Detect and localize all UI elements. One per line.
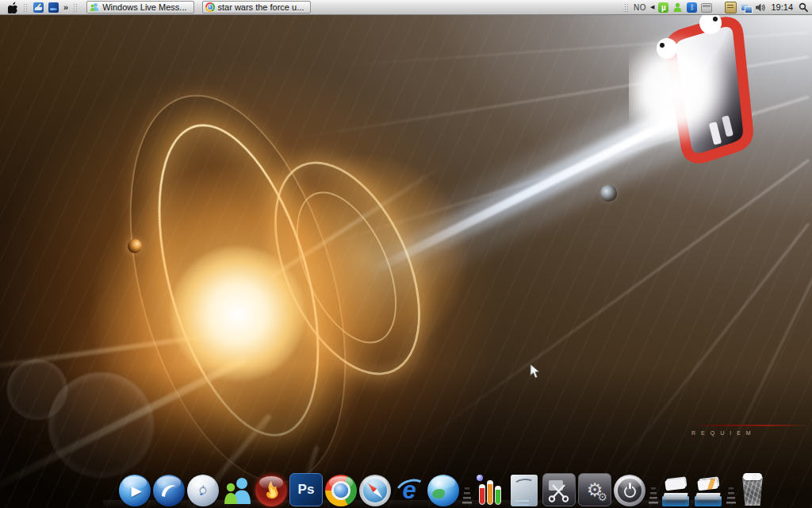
tray-base — [662, 496, 689, 506]
dock-separator — [726, 475, 736, 506]
explosion-glow — [0, 48, 511, 508]
apple-menu-icon[interactable] — [8, 2, 18, 13]
dock-item-image-cut-tool[interactable] — [542, 473, 576, 506]
dock-item-realplayer[interactable] — [153, 475, 185, 506]
test-tube-red — [479, 484, 485, 505]
dock-item-msn-messenger[interactable] — [221, 475, 253, 506]
paper-pile — [665, 479, 685, 491]
dock-item-google-chrome[interactable] — [325, 475, 357, 506]
dock-separator — [462, 475, 472, 506]
shoop-da-whoop-face — [629, 11, 794, 168]
dock-item-recycle-bin-full[interactable] — [738, 473, 767, 506]
quicklaunch-show-desktop-icon[interactable] — [33, 2, 44, 13]
dock-item-paper-stack-white[interactable] — [661, 478, 691, 506]
dock-item-system-settings[interactable]: ⚙ ⚙ — [578, 473, 611, 506]
volume-tray-icon[interactable] — [755, 2, 765, 13]
explosion-ring — [127, 106, 350, 455]
window-tray-icon[interactable] — [701, 3, 712, 13]
compass-needle-icon — [359, 475, 391, 506]
explosion-glow — [262, 155, 468, 361]
dock-item-paper-stack-orange[interactable] — [693, 478, 723, 506]
explosion-core — [170, 246, 305, 381]
toolbar-overflow-chevron[interactable]: » — [63, 2, 68, 12]
explosion-glow — [87, 163, 389, 464]
gloss-highlight — [431, 476, 455, 489]
test-tube-amber — [487, 480, 493, 505]
dock-item-photoshop[interactable]: Ps — [289, 473, 323, 506]
wallpaper-title-text: REQUIEM — [691, 430, 809, 436]
dock: ▶ ♪ — [119, 473, 767, 506]
paper-pile — [697, 479, 718, 491]
taskbar-button-messenger[interactable]: Windows Live Mess... — [86, 1, 193, 13]
ie-e-glyph: e — [393, 475, 425, 506]
toolbar-grip-handle[interactable] — [624, 3, 630, 12]
quicklaunch-media-player-icon[interactable] — [48, 2, 59, 13]
lens-flare — [6, 359, 68, 421]
windows-live-messenger-icon — [90, 2, 99, 12]
show-hidden-icons-arrow[interactable]: ◀ — [650, 4, 654, 10]
desktop-screen: REQUIEM — [0, 0, 812, 508]
photoshop-ps-label: Ps — [290, 474, 322, 506]
explosion-ring — [90, 70, 385, 508]
menu-bar-left: » Windows Live Mess... star wars the for… — [0, 1, 624, 13]
dock-item-internet-explorer[interactable]: e — [393, 475, 425, 506]
msn-buddies-icon — [221, 475, 253, 506]
small-planet — [600, 185, 617, 202]
toolbar-grip-handle[interactable] — [23, 3, 29, 12]
taskbar-button-label: Windows Live Mess... — [102, 2, 186, 12]
taskbar-button-label: star wars the force u... — [218, 2, 304, 12]
tray-base — [695, 496, 722, 506]
explosion-ring — [245, 140, 450, 398]
dock-separator — [648, 475, 658, 506]
dock-item-safari[interactable] — [359, 475, 391, 506]
dock-item-openoffice-documents[interactable] — [511, 475, 538, 506]
wallpaper-title-line — [691, 425, 809, 426]
google-chrome-icon — [205, 2, 215, 12]
dock-item-itunes[interactable]: ♪ — [187, 475, 219, 506]
taskbar-button-chrome[interactable]: star wars the force u... — [202, 1, 312, 13]
eye — [699, 12, 722, 34]
scissors-icon — [543, 474, 575, 506]
explosion-spike — [0, 329, 238, 374]
explosion-spike — [270, 163, 446, 279]
notes-tray-icon[interactable] — [725, 2, 737, 13]
wallpaper-title: REQUIEM — [691, 425, 809, 436]
menu-bar-tray: NO ◀ µ ᛒ 19:14 — [624, 2, 812, 13]
language-indicator[interactable]: NO — [634, 3, 646, 12]
small-planet — [128, 239, 142, 253]
explosion-glow — [56, 262, 301, 492]
eye — [657, 38, 677, 59]
light-ray — [397, 159, 810, 460]
dock-item-power-shutdown[interactable] — [614, 475, 645, 506]
toolbar-grip-handle[interactable] — [73, 3, 79, 12]
mouse-cursor — [530, 364, 541, 379]
network-tray-icon[interactable] — [741, 2, 751, 13]
eye-pupil — [713, 17, 718, 21]
dock-item-windows-media-player[interactable]: ▶ — [119, 475, 151, 506]
dock-item-google-earth[interactable] — [427, 475, 459, 506]
lens-flare — [48, 371, 155, 479]
eye-pupil — [660, 43, 665, 48]
utorrent-tray-icon[interactable]: µ — [658, 2, 668, 13]
dock-item-nero-burning-rom[interactable] — [255, 475, 287, 506]
messenger-tray-icon[interactable] — [672, 2, 683, 13]
dock-item-chemistry-toolbox[interactable] — [474, 475, 506, 506]
bluetooth-tray-icon[interactable]: ᛒ — [687, 2, 697, 13]
clock[interactable]: 19:14 — [769, 2, 795, 12]
music-note-icon: ♪ — [187, 475, 219, 506]
spotlight-search-icon[interactable] — [799, 2, 808, 13]
realplayer-swoosh-icon — [153, 475, 185, 506]
gear-icon-small: ⚙ — [597, 491, 607, 503]
gloss-highlight — [329, 476, 353, 489]
crumpled-paper — [743, 473, 762, 480]
play-icon: ▶ — [119, 475, 151, 506]
test-tube-green — [495, 486, 501, 505]
trash-glass-body — [741, 476, 764, 506]
power-icon-stem — [629, 483, 631, 489]
flame-icon — [255, 475, 287, 506]
light-ray — [554, 223, 810, 508]
explosion-ring — [276, 177, 417, 359]
menu-bar: » Windows Live Mess... star wars the for… — [0, 0, 812, 15]
